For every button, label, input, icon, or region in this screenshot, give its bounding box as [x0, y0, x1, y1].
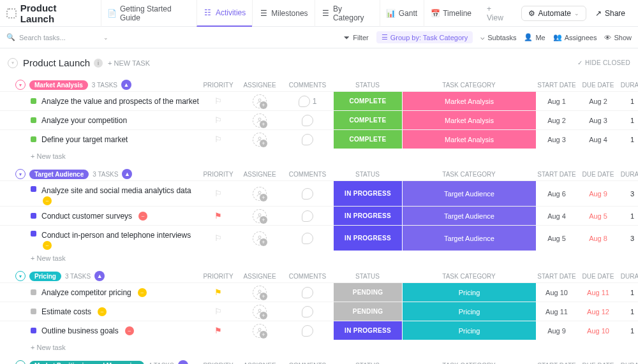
- tab-by-category[interactable]: ☰By Category: [315, 0, 380, 27]
- group-by-button[interactable]: ☰Group by: Task Category: [376, 31, 473, 43]
- col-status[interactable]: STATUS: [333, 82, 402, 89]
- col-assignee[interactable]: ASSIGNEE: [237, 82, 282, 89]
- category-cell[interactable]: Target Audience: [402, 181, 536, 206]
- new-task-row[interactable]: + New task: [0, 149, 638, 160]
- due-date[interactable]: Aug 12: [577, 308, 619, 316]
- caret-down-icon[interactable]: ▾: [15, 271, 26, 281]
- col-task-category[interactable]: TASK CATEGORY: [402, 171, 536, 178]
- due-date[interactable]: Aug 10: [577, 327, 619, 335]
- hide-closed-button[interactable]: ✓ HIDE CLOSED: [577, 59, 630, 66]
- task-row[interactable]: Analyze competitor pricing– ⚑ PENDING Pr…: [0, 282, 638, 302]
- status-cell[interactable]: COMPLETE: [333, 92, 402, 110]
- col-due-date[interactable]: DUE DATE: [577, 171, 619, 178]
- col-status[interactable]: STATUS: [333, 273, 402, 280]
- add-view-button[interactable]: + View: [480, 0, 516, 27]
- status-cell[interactable]: IN PROGRESS: [333, 207, 402, 225]
- col-assignee[interactable]: ASSIGNEE: [237, 362, 282, 365]
- col-status[interactable]: STATUS: [333, 362, 402, 365]
- start-date[interactable]: Aug 5: [536, 235, 577, 242]
- start-date[interactable]: Aug 2: [536, 117, 577, 124]
- col-comments[interactable]: COMMENTS: [282, 82, 333, 89]
- tab-activities[interactable]: ☷Activities: [197, 0, 252, 27]
- comment-icon[interactable]: [302, 210, 313, 222]
- status-square-icon[interactable]: [31, 289, 36, 295]
- due-date[interactable]: Aug 9: [577, 190, 619, 198]
- due-date[interactable]: Aug 11: [577, 289, 619, 296]
- group-chip[interactable]: Market Positioning and Messaging: [29, 361, 144, 365]
- col-start-date[interactable]: START DATE: [536, 82, 577, 89]
- col-priority[interactable]: PRIORITY: [199, 171, 237, 178]
- col-comments[interactable]: COMMENTS: [282, 171, 333, 178]
- priority-flag-icon[interactable]: ⚐: [214, 135, 222, 144]
- comment-icon[interactable]: [302, 287, 313, 298]
- me-button[interactable]: 👤Me: [524, 33, 545, 41]
- status-square-icon[interactable]: [31, 98, 36, 104]
- assignee-add-button[interactable]: [253, 231, 267, 245]
- new-task-button[interactable]: + NEW TASK: [108, 59, 150, 67]
- comment-icon[interactable]: [302, 188, 313, 200]
- status-square-icon[interactable]: [31, 328, 36, 333]
- assignee-add-button[interactable]: [253, 187, 267, 201]
- share-button[interactable]: ↗ Share: [589, 6, 632, 20]
- assignee-add-button[interactable]: [253, 209, 267, 223]
- tab-timeline[interactable]: 📅Timeline: [424, 0, 478, 27]
- category-cell[interactable]: Pricing: [402, 283, 536, 302]
- caret-down-icon[interactable]: ▾: [15, 360, 26, 364]
- assignee-add-button[interactable]: [253, 113, 267, 127]
- priority-flag-icon[interactable]: ⚐: [214, 233, 222, 243]
- sort-badge[interactable]: ▲: [122, 169, 132, 179]
- col-assignee[interactable]: ASSIGNEE: [237, 273, 282, 280]
- col-comments[interactable]: COMMENTS: [282, 273, 333, 280]
- assignee-add-button[interactable]: [253, 286, 267, 300]
- sort-badge[interactable]: ▲: [178, 360, 188, 364]
- status-cell[interactable]: COMPLETE: [333, 111, 402, 129]
- info-icon[interactable]: i: [94, 59, 103, 68]
- task-row[interactable]: Outline business goals– ⚑ IN PROGRESS Pr…: [0, 321, 638, 340]
- category-cell[interactable]: Target Audience: [402, 226, 536, 251]
- category-cell[interactable]: Market Analysis: [402, 111, 536, 129]
- status-square-icon[interactable]: [31, 186, 36, 192]
- new-task-row[interactable]: + New task: [0, 251, 638, 262]
- group-chip[interactable]: Target Audience: [29, 170, 89, 179]
- tab-gantt[interactable]: 📊Gantt: [380, 0, 424, 27]
- col-start-date[interactable]: START DATE: [536, 171, 577, 178]
- col-priority[interactable]: PRIORITY: [199, 273, 237, 280]
- status-square-icon[interactable]: [31, 117, 36, 123]
- caret-down-icon[interactable]: ▾: [15, 80, 26, 90]
- start-date[interactable]: Aug 11: [536, 308, 577, 316]
- sort-badge[interactable]: ▲: [121, 80, 131, 90]
- assignee-add-button[interactable]: [253, 94, 267, 108]
- filter-button[interactable]: ⏷Filter: [343, 34, 368, 41]
- comment-icon[interactable]: [302, 115, 313, 126]
- search-input[interactable]: 🔍 Search tasks... ⌄: [6, 33, 108, 41]
- start-date[interactable]: Aug 4: [536, 212, 577, 220]
- task-row[interactable]: Analyze your competition ⚐ COMPLETE Mark…: [0, 110, 638, 129]
- assignees-button[interactable]: 👥Assignees: [553, 33, 597, 41]
- priority-flag-icon[interactable]: ⚐: [214, 189, 222, 198]
- status-square-icon[interactable]: [31, 231, 36, 237]
- col-task-category[interactable]: TASK CATEGORY: [402, 273, 536, 280]
- assignee-add-button[interactable]: [253, 324, 267, 338]
- start-date[interactable]: Aug 6: [536, 190, 577, 198]
- group-chip[interactable]: Pricing: [29, 272, 61, 281]
- col-priority[interactable]: PRIORITY: [199, 82, 237, 89]
- col-duration[interactable]: DURATI: [619, 82, 638, 89]
- sort-badge[interactable]: ▲: [94, 271, 105, 281]
- group-chip[interactable]: Market Analysis: [29, 80, 88, 90]
- category-cell[interactable]: Market Analysis: [402, 130, 536, 149]
- task-row[interactable]: Conduct in-person and telephone intervie…: [0, 225, 638, 251]
- due-date[interactable]: Aug 4: [577, 136, 619, 143]
- task-row[interactable]: Analyze the value and prospects of the m…: [0, 91, 638, 110]
- category-cell[interactable]: Target Audience: [402, 207, 536, 225]
- col-assignee[interactable]: ASSIGNEE: [237, 171, 282, 178]
- status-square-icon[interactable]: [31, 309, 36, 314]
- priority-flag-icon[interactable]: ⚑: [214, 326, 222, 335]
- due-date[interactable]: Aug 5: [577, 212, 619, 220]
- priority-flag-icon[interactable]: ⚐: [214, 115, 222, 125]
- due-date[interactable]: Aug 3: [577, 117, 619, 124]
- tab-getting-started[interactable]: 📄Getting Started Guide: [101, 0, 197, 27]
- priority-flag-icon[interactable]: ⚑: [214, 288, 222, 297]
- assignee-add-button[interactable]: [253, 305, 267, 319]
- due-date[interactable]: Aug 8: [577, 235, 619, 242]
- col-due-date[interactable]: DUE DATE: [577, 82, 619, 89]
